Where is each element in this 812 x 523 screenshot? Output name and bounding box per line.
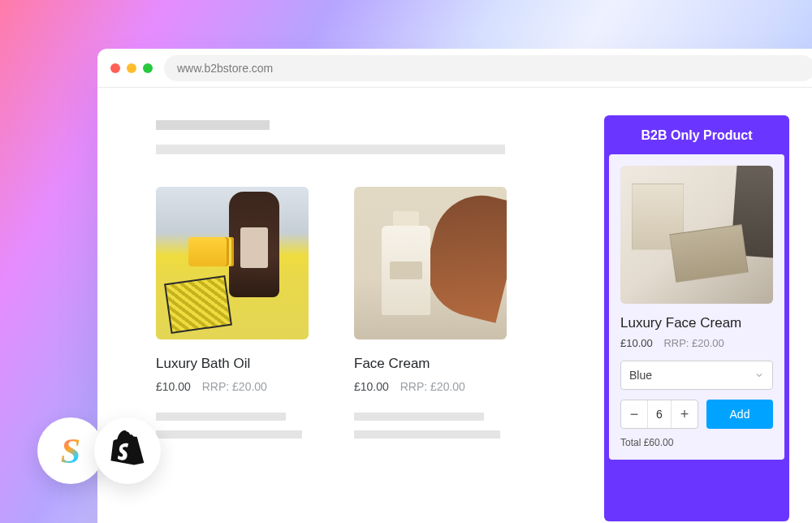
price-value: £10.00 (354, 380, 389, 393)
fullscreen-window-button[interactable] (143, 63, 153, 73)
placeholder-bar (156, 120, 270, 130)
product-price: £10.00 RRP: £20.00 (156, 380, 309, 393)
window-controls (110, 63, 153, 73)
panel-body: Luxury Face Cream £10.00 RRP: £20.00 Blu… (609, 154, 784, 460)
rrp-value: RRP: £20.00 (663, 337, 723, 349)
variant-select[interactable]: Blue (620, 361, 773, 390)
product-image (620, 166, 773, 304)
product-card[interactable]: Luxury Bath Oil £10.00 RRP: £20.00 (156, 187, 309, 439)
product-price: £10.00 RRP: £20.00 (620, 337, 773, 349)
placeholder-bar (156, 430, 302, 439)
close-window-button[interactable] (110, 63, 120, 73)
minimize-window-button[interactable] (127, 63, 136, 73)
add-button[interactable]: Add (706, 400, 773, 429)
placeholder-bar (354, 413, 484, 421)
rrp-value: RRP: £20.00 (202, 380, 267, 393)
product-title: Luxury Bath Oil (156, 356, 309, 372)
browser-window: www.b2bstore.com Luxury Bath Oil £10.00 … (97, 49, 812, 523)
panel-header: B2B Only Product (609, 120, 784, 154)
quantity-row: − 6 + Add (620, 400, 773, 429)
product-card[interactable]: Face Cream £10.00 RRP: £20.00 (354, 187, 507, 439)
total-line: Total £60.00 (620, 437, 773, 448)
product-grid: Luxury Bath Oil £10.00 RRP: £20.00 Face … (156, 187, 581, 439)
address-bar[interactable]: www.b2bstore.com (164, 55, 812, 81)
shopify-icon (110, 430, 145, 471)
product-image (156, 187, 309, 339)
product-image (354, 187, 507, 339)
quantity-value[interactable]: 6 (647, 400, 672, 428)
placeholder-bar (354, 430, 500, 439)
catalog-area: Luxury Bath Oil £10.00 RRP: £20.00 Face … (156, 120, 581, 523)
quantity-stepper: − 6 + (620, 400, 698, 429)
placeholder-bar (156, 145, 505, 154)
decrement-button[interactable]: − (621, 400, 647, 428)
product-title: Luxury Face Cream (620, 315, 773, 331)
b2b-product-panel: B2B Only Product Luxury Face Cream £10.0… (604, 115, 789, 521)
price-value: £10.00 (156, 380, 191, 393)
increment-button[interactable]: + (672, 400, 698, 428)
chevron-down-icon (754, 370, 764, 380)
page-content: Luxury Bath Oil £10.00 RRP: £20.00 Face … (97, 88, 812, 523)
address-bar-text: www.b2bstore.com (177, 62, 273, 75)
placeholder-bar (156, 413, 286, 421)
integration-logos: S (37, 417, 161, 484)
product-price: £10.00 RRP: £20.00 (354, 380, 507, 393)
sparklayer-icon: S (61, 430, 80, 472)
variant-selected-label: Blue (629, 369, 652, 382)
add-button-label: Add (730, 408, 750, 421)
price-value: £10.00 (620, 337, 653, 349)
rrp-value: RRP: £20.00 (400, 380, 465, 393)
browser-chrome: www.b2bstore.com (97, 49, 812, 88)
shopify-logo-badge (94, 417, 161, 484)
product-title: Face Cream (354, 356, 507, 372)
